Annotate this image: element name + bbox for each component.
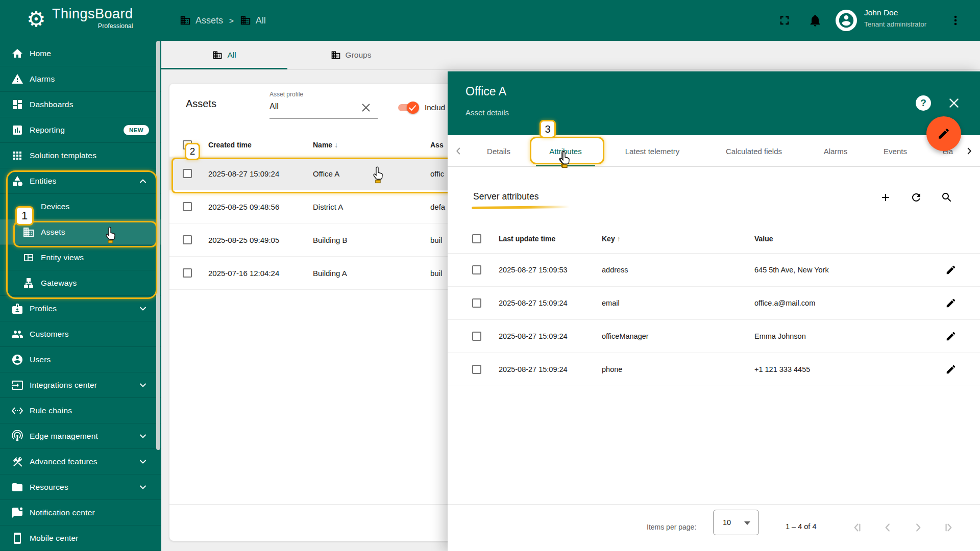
tab-latest-telemetry[interactable]: Latest telemetry <box>625 146 680 155</box>
header-menu-button[interactable] <box>948 13 963 28</box>
asset-profile-filter-label: Asset profile <box>270 91 303 98</box>
tab-label: All <box>227 51 236 60</box>
cell-last-update-time: 2025-08-27 15:09:24 <box>499 365 568 373</box>
clear-filter-button[interactable] <box>360 102 372 113</box>
sidebar-item-advanced-features[interactable]: Advanced features <box>0 449 161 474</box>
chevron-down-icon <box>138 457 148 467</box>
attributes-table-header: Last update time Key↑ Value <box>448 224 980 254</box>
pencil-icon <box>945 364 957 375</box>
cell-value: office.a@mail.com <box>754 299 815 307</box>
search-button[interactable] <box>941 191 953 204</box>
edit-attribute-button[interactable] <box>945 331 957 342</box>
refresh-icon <box>910 191 922 204</box>
breadcrumb-label: All <box>256 15 266 26</box>
sidebar-item-customers[interactable]: Customers <box>0 321 161 347</box>
close-icon <box>947 96 961 110</box>
dropdown-caret-icon <box>744 521 750 525</box>
advanced-tools-icon <box>11 456 23 468</box>
sidebar-item-entity-views[interactable]: Entity views <box>0 245 161 270</box>
previous-page-button[interactable] <box>881 521 894 534</box>
column-name[interactable]: Name↓ <box>313 141 338 149</box>
include-toggle-label: Includ <box>425 103 445 112</box>
sidebar-item-edge-management[interactable]: Edge management <box>0 423 161 449</box>
sidebar-item-label: Edge management <box>30 432 98 441</box>
tab-groups[interactable]: Groups <box>287 41 414 69</box>
column-value[interactable]: Value <box>754 235 773 243</box>
row-checkbox[interactable] <box>183 235 192 244</box>
sidebar-item-notification-center[interactable]: Notification center <box>0 500 161 525</box>
edit-attribute-button[interactable] <box>945 264 957 276</box>
fullscreen-button[interactable] <box>777 13 792 28</box>
last-page-button[interactable] <box>942 521 955 534</box>
sidebar-item-rule-chains[interactable]: Rule chains <box>0 398 161 423</box>
row-checkbox[interactable] <box>472 365 481 374</box>
row-checkbox[interactable] <box>183 169 192 178</box>
column-key[interactable]: Key↑ <box>602 235 621 243</box>
next-page-button[interactable] <box>912 521 925 534</box>
users-person-icon <box>11 354 23 366</box>
refresh-button[interactable] <box>910 191 922 204</box>
include-toggle[interactable] <box>398 104 418 111</box>
sidebar-item-gateways[interactable]: Gateways <box>0 270 161 296</box>
sidebar-item-solution-templates[interactable]: Solution templates <box>0 143 161 168</box>
attribute-row-email[interactable]: 2025-08-27 15:09:24 email office.a@mail.… <box>448 287 980 320</box>
sidebar-item-mobile-center[interactable]: Mobile center <box>0 525 161 551</box>
select-all-checkbox[interactable] <box>472 234 481 243</box>
notifications-button[interactable] <box>808 13 822 28</box>
tabs-scroll-left-button[interactable] <box>453 145 464 157</box>
column-last-update-time[interactable]: Last update time <box>499 235 555 243</box>
tab-all[interactable]: All <box>161 41 287 69</box>
row-checkbox[interactable] <box>472 332 481 341</box>
column-asset-profile[interactable]: Ass <box>430 141 444 149</box>
tabs-scroll-right-button[interactable] <box>964 145 975 157</box>
tab-details[interactable]: Details <box>487 146 510 155</box>
sidebar-item-dashboards[interactable]: Dashboards <box>0 92 161 117</box>
sidebar-item-home[interactable]: Home <box>0 41 161 66</box>
brand-block[interactable]: ThingsBoard Professional <box>52 6 133 30</box>
close-panel-button[interactable] <box>947 96 961 110</box>
cell-created-time: 2025-08-25 09:49:05 <box>208 236 279 244</box>
tab-calculated-fields[interactable]: Calculated fields <box>726 146 782 155</box>
column-created-time[interactable]: Created time <box>208 141 252 149</box>
row-checkbox[interactable] <box>183 202 192 211</box>
sidebar-item-entities[interactable]: Entities <box>0 168 161 194</box>
attribute-row-address[interactable]: 2025-08-27 15:09:53 address 645 5th Ave,… <box>448 254 980 287</box>
cell-name: Building A <box>313 269 347 278</box>
thingsboard-app: ⚙ ThingsBoard Professional Assets > All … <box>0 0 980 551</box>
attribute-row-office-manager[interactable]: 2025-08-27 15:09:24 officeManager Emma J… <box>448 320 980 353</box>
attribute-row-phone[interactable]: 2025-08-27 15:09:24 phone +1 121 333 445… <box>448 353 980 386</box>
help-button[interactable]: ? <box>916 95 931 111</box>
user-name: John Doe <box>864 9 926 17</box>
tab-events[interactable]: Events <box>884 146 907 155</box>
sidebar-item-reporting[interactable]: Reporting NEW <box>0 117 161 143</box>
panel-tabs-bar: Details Attributes Latest telemetry Calc… <box>448 135 980 167</box>
question-mark-icon: ? <box>920 97 926 109</box>
integrations-input-icon <box>11 379 23 391</box>
sidebar-item-label: Advanced features <box>30 457 97 466</box>
asset-profile-select[interactable]: All <box>270 102 361 111</box>
edit-fab-button[interactable] <box>926 116 961 151</box>
user-avatar[interactable] <box>836 10 857 31</box>
edit-attribute-button[interactable] <box>945 297 957 309</box>
first-page-button[interactable] <box>850 521 864 534</box>
row-checkbox[interactable] <box>183 268 192 278</box>
sidebar-item-profiles[interactable]: Profiles <box>0 296 161 321</box>
breadcrumb-separator: > <box>229 16 234 25</box>
cell-created-time: 2025-07-16 12:04:24 <box>208 269 279 278</box>
page-size-select[interactable]: 10 <box>713 510 759 535</box>
sidebar-item-label: Integrations center <box>30 381 97 390</box>
breadcrumb-item-assets[interactable]: Assets <box>180 15 223 26</box>
sidebar-item-alarms[interactable]: Alarms <box>0 66 161 92</box>
sidebar-item-integrations-center[interactable]: Integrations center <box>0 372 161 398</box>
tab-alarms[interactable]: Alarms <box>824 146 848 155</box>
breadcrumb-item-all[interactable]: All <box>240 15 266 26</box>
pencil-icon <box>945 264 957 276</box>
row-checkbox[interactable] <box>472 265 481 274</box>
add-attribute-button[interactable] <box>879 191 892 204</box>
edit-attribute-button[interactable] <box>945 364 957 375</box>
sidebar-item-users[interactable]: Users <box>0 347 161 372</box>
sidebar-item-resources[interactable]: Resources <box>0 474 161 500</box>
sidebar-scrollbar[interactable] <box>156 41 160 450</box>
row-checkbox[interactable] <box>472 298 481 308</box>
tab-attributes[interactable]: Attributes <box>549 146 581 155</box>
